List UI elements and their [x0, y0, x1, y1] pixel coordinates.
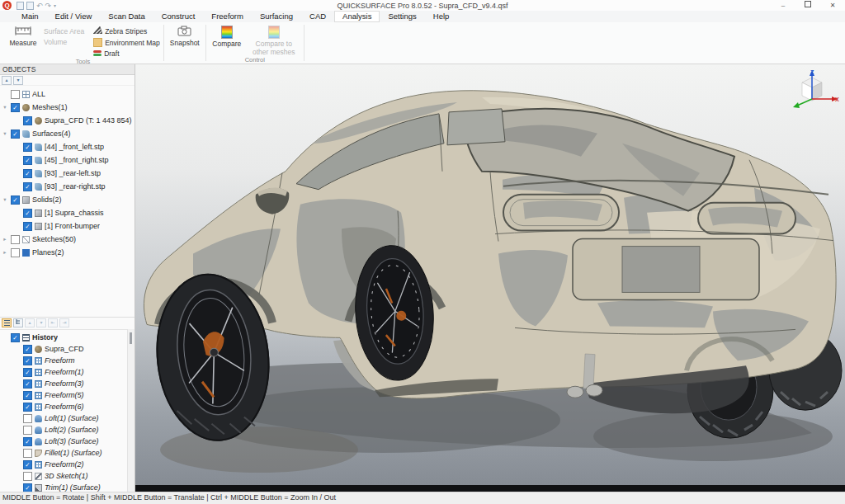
- environment-map-button[interactable]: Environment Map: [93, 38, 160, 47]
- menu-tab-construct[interactable]: Construct: [153, 11, 204, 22]
- zebra-stripes-button[interactable]: Zebra Stripes: [93, 26, 160, 35]
- tree-item[interactable]: ✓Freeform(3): [0, 378, 135, 389]
- menu-tab-cad[interactable]: CAD: [301, 11, 334, 22]
- tree-item[interactable]: ✓Loft(3) (Surface): [0, 436, 135, 447]
- tree-item-label: Loft(1) (Surface): [45, 414, 99, 422]
- tree-item[interactable]: ✓Supra_CFD (T: 1 443 854): [0, 114, 135, 127]
- visibility-checkbox[interactable]: ✓: [11, 195, 20, 205]
- expander-icon[interactable]: ▾: [2, 104, 8, 111]
- expand-all-icon[interactable]: ▴: [2, 76, 12, 85]
- tree-item[interactable]: Loft(1) (Surface): [0, 412, 135, 424]
- customize-quick-access-icon[interactable]: ▾: [54, 2, 56, 9]
- expander-icon[interactable]: ▸: [2, 236, 8, 243]
- visibility-checkbox[interactable]: ✓: [23, 222, 32, 231]
- history-tree-view-icon[interactable]: [13, 318, 23, 327]
- visibility-checkbox[interactable]: [23, 472, 32, 481]
- visibility-checkbox[interactable]: ✓: [11, 333, 20, 342]
- visibility-checkbox[interactable]: ✓: [23, 391, 32, 400]
- fillet-icon: [35, 450, 42, 457]
- menu-tab-analysis[interactable]: Analysis: [334, 11, 380, 22]
- visibility-checkbox[interactable]: ✓: [23, 345, 32, 354]
- history-scrollbar[interactable]: [127, 329, 135, 492]
- menu-tab-help[interactable]: Help: [425, 11, 458, 22]
- visibility-checkbox[interactable]: [11, 248, 20, 257]
- visibility-checkbox[interactable]: [11, 90, 20, 99]
- tree-item[interactable]: ✓Supra_CFD: [0, 343, 135, 355]
- tree-item[interactable]: ALL: [0, 87, 135, 101]
- close-button[interactable]: ✕: [820, 0, 845, 11]
- history-list-view-icon[interactable]: [2, 318, 12, 327]
- tree-item[interactable]: ✓Freeform(5): [0, 389, 135, 401]
- tree-item[interactable]: ✓Freeform: [0, 355, 135, 366]
- snapshot-button[interactable]: Snapshot: [168, 24, 202, 47]
- menu-bar: MainEdit / ViewScan DataConstructFreefor…: [0, 11, 845, 22]
- maximize-button[interactable]: [795, 0, 820, 11]
- open-icon[interactable]: [17, 2, 24, 10]
- visibility-checkbox[interactable]: ✓: [11, 103, 20, 112]
- minimize-button[interactable]: –: [771, 0, 795, 11]
- tree-item[interactable]: ✓Freeform(6): [0, 401, 135, 412]
- collapse-all-icon[interactable]: ▾: [13, 76, 23, 85]
- tree-item[interactable]: Fillet(1) (Surface): [0, 447, 135, 459]
- tree-item[interactable]: ▸Sketches(50): [0, 233, 135, 246]
- redo-icon[interactable]: ↷: [45, 2, 52, 9]
- tree-item[interactable]: ▾✓Solids(2): [0, 193, 135, 206]
- surface-area-button: Surface Area: [44, 27, 84, 35]
- visibility-checkbox[interactable]: ✓: [23, 169, 32, 178]
- visibility-checkbox[interactable]: ✓: [23, 182, 32, 191]
- visibility-checkbox[interactable]: ✓: [23, 437, 32, 446]
- menu-tab-freeform[interactable]: Freeform: [203, 11, 252, 22]
- visibility-checkbox[interactable]: ✓: [23, 156, 32, 165]
- tree-item[interactable]: ✓History: [0, 332, 135, 343]
- visibility-checkbox[interactable]: ✓: [11, 130, 20, 139]
- tree-item[interactable]: ✓[45] _front_right.stp: [0, 153, 135, 167]
- tree-item-label: [1] Front-bumper: [45, 222, 100, 230]
- tree-item[interactable]: Loft(2) (Surface): [0, 424, 135, 436]
- viewport-3d[interactable]: Z X: [135, 64, 845, 485]
- expander-icon[interactable]: ▾: [2, 130, 8, 137]
- menu-tab-scan-data[interactable]: Scan Data: [100, 11, 153, 22]
- visibility-checkbox[interactable]: ✓: [23, 403, 32, 412]
- menu-tab-main[interactable]: Main: [13, 11, 47, 22]
- expander-icon[interactable]: ▸: [2, 249, 8, 256]
- tree-item[interactable]: ✓[1] Front-bumper: [0, 219, 135, 233]
- history-expand-all-icon: ▴: [25, 318, 35, 327]
- skip-to-end-icon: ⇥: [59, 318, 69, 327]
- tree-item[interactable]: ▾✓Meshes(1): [0, 101, 135, 114]
- ribbon-group-tools: Measure Surface Area Volume: [3, 22, 163, 64]
- expander-icon[interactable]: ▾: [2, 196, 8, 203]
- measure-button[interactable]: Measure: [6, 24, 40, 47]
- license-plate-recess: [622, 247, 700, 293]
- visibility-checkbox[interactable]: [23, 414, 32, 423]
- visibility-checkbox[interactable]: ✓: [23, 116, 32, 125]
- visibility-checkbox[interactable]: ✓: [23, 368, 32, 377]
- menu-tab-settings[interactable]: Settings: [380, 11, 424, 22]
- tree-item[interactable]: ▾✓Surfaces(4): [0, 127, 135, 140]
- visibility-checkbox[interactable]: ✓: [23, 356, 32, 365]
- tree-item[interactable]: ✓Freeform(2): [0, 459, 135, 470]
- tree-item[interactable]: ▸Planes(2): [0, 246, 135, 259]
- visibility-checkbox[interactable]: ✓: [23, 209, 32, 218]
- visibility-checkbox[interactable]: [23, 426, 32, 435]
- quick-access-toolbar: ↶ ↷ ▾: [17, 2, 56, 10]
- tree-item[interactable]: ✓Freeform(1): [0, 366, 135, 378]
- menu-tab-edit-view[interactable]: Edit / View: [47, 11, 101, 22]
- tree-item[interactable]: 3D Sketch(1): [0, 470, 135, 482]
- tree-item[interactable]: ✓[44] _front_left.stp: [0, 140, 135, 153]
- visibility-checkbox[interactable]: ✓: [23, 460, 32, 469]
- tree-item[interactable]: ✓[93] _rear-left.stp: [0, 167, 135, 180]
- visibility-checkbox[interactable]: [11, 235, 20, 244]
- draft-button[interactable]: Draft: [93, 49, 160, 58]
- visibility-checkbox[interactable]: ✓: [23, 379, 32, 389]
- tree-item[interactable]: ✓[93] _rear-right.stp: [0, 180, 135, 193]
- menu-tab-surfacing[interactable]: Surfacing: [252, 11, 301, 22]
- visibility-checkbox[interactable]: ✓: [23, 483, 32, 492]
- tree-item[interactable]: ✓[1] Supra_chassis: [0, 206, 135, 219]
- save-icon[interactable]: [26, 2, 34, 10]
- visibility-checkbox[interactable]: [23, 449, 32, 458]
- compare-button[interactable]: Compare: [210, 24, 244, 48]
- undo-icon[interactable]: ↶: [36, 2, 43, 9]
- tree-item-label: [44] _front_left.stp: [45, 143, 104, 151]
- history-scrollbar-thumb[interactable]: [130, 332, 132, 344]
- visibility-checkbox[interactable]: ✓: [23, 143, 32, 152]
